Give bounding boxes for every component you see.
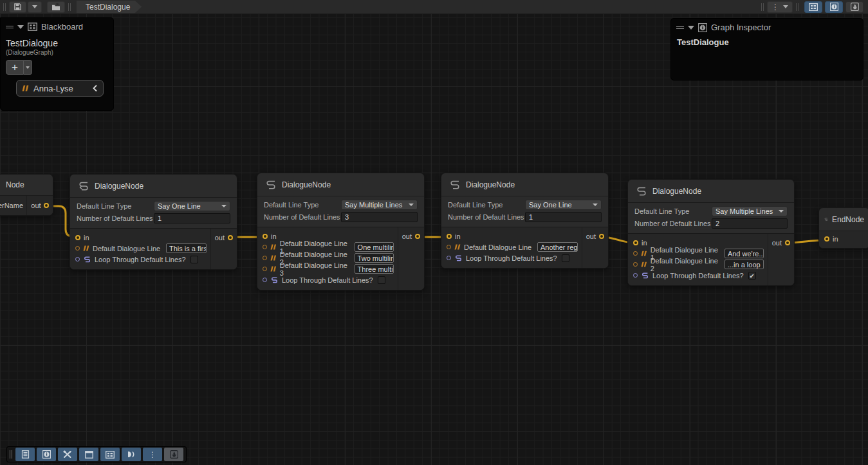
blackboard-field-anna-lyse[interactable]: Anna-Lyse [16,80,104,97]
dialogue-line-input[interactable]: Another regu [537,242,578,252]
loop-port[interactable]: Loop Through Default Lines? [447,252,578,263]
port-dot[interactable] [633,251,638,256]
dialogue-node-4[interactable]: DialogueNode Default Line Type Say Multi… [627,179,795,286]
chevron-down-icon [221,205,226,207]
inspector-header[interactable]: Graph Inspector [671,19,863,35]
port-dot[interactable] [447,245,451,249]
speaker-name-field[interactable]: kerName [0,196,27,215]
dialogue-line-input[interactable]: One multiline [355,242,394,252]
overflow-menu-button[interactable]: ⋮ [143,448,162,461]
dialogue-node-2[interactable]: DialogueNode Default Line Type Say Multi… [257,173,425,290]
line-count-input[interactable]: 2 [712,218,788,229]
port-dot[interactable] [599,234,604,239]
in-port[interactable]: in [75,232,207,243]
dialogue-line-input[interactable]: This is a first [166,243,207,253]
loop-checkbox[interactable]: ✔ [748,272,756,280]
dialogue-node-icon [824,214,828,225]
save-icon [14,3,22,11]
overflow-menu-button[interactable]: ⋮ [767,1,793,13]
add-property-dropdown-button[interactable] [24,60,32,75]
collapse-icon[interactable] [688,26,694,30]
dialogue-line-input[interactable]: ...in a loop [725,260,764,269]
line-count-input[interactable]: 1 [525,212,602,222]
port-dot[interactable] [263,267,267,271]
start-node[interactable]: Node kerName out [0,174,53,216]
port-dot[interactable] [75,257,80,261]
notes-button[interactable] [15,448,35,461]
port-dot[interactable] [263,245,267,249]
port-dot[interactable] [633,240,638,245]
loop-port[interactable]: Loop Through Default Lines? [263,274,394,285]
out-port[interactable]: out [211,232,233,243]
port-dot[interactable] [44,203,49,208]
port-dot[interactable] [633,262,638,267]
port-dot[interactable] [263,234,268,239]
line-type-dropdown[interactable]: Say One Line [154,201,230,211]
port-dot[interactable] [447,256,451,260]
dialogue-line-input[interactable]: Three multili [355,264,394,274]
blackboard-header[interactable]: Blackboard [1,18,113,34]
loop-port[interactable]: Loop Through Default Lines? [75,254,207,265]
port-dot[interactable] [785,240,790,245]
graph-canvas[interactable]: TestDialogue ⋮ [0,0,868,465]
dialogue-line-input[interactable]: And we're... [725,249,764,258]
in-port[interactable]: in [819,231,868,248]
inspector-toggle-button[interactable] [37,448,56,461]
tools-button[interactable] [58,448,77,461]
chevron-left-icon[interactable] [92,84,98,92]
out-port[interactable]: out [768,237,790,248]
port-dot[interactable] [75,235,80,240]
port-dot[interactable] [263,256,267,260]
loop-checkbox[interactable] [190,256,198,263]
dialogue-line-input[interactable]: Two multiline [355,253,394,263]
blackboard-toggle-button[interactable] [100,448,120,461]
port-dot[interactable] [824,236,829,242]
kebab-menu-icon: ⋮ [771,4,779,10]
open-asset-button[interactable] [47,1,65,13]
toggle-flame-button[interactable] [845,1,863,13]
add-property-button[interactable]: + [6,60,24,75]
drag-handle-icon[interactable] [10,450,12,459]
port-dot[interactable] [75,246,80,251]
line-type-dropdown[interactable]: Say One Line [525,200,602,210]
window-button[interactable] [79,448,98,461]
dialogue-line-port[interactable]: Default Dialogue Line This is a first [75,243,207,254]
save-dropdown-button[interactable] [28,1,42,13]
toggle-inspector-button[interactable] [825,1,843,13]
end-node[interactable]: EndNode in [818,207,868,249]
bottom-toolbar: ⋮ [6,446,187,462]
info-icon [698,23,707,32]
line-count-input[interactable]: 3 [341,212,418,222]
dialogue-preview-button[interactable] [122,448,141,461]
quote-icon [454,244,461,250]
out-port[interactable]: out [27,196,53,215]
drag-handle-icon[interactable] [676,26,684,29]
line-type-dropdown[interactable]: Say Multiple Lines [341,200,418,210]
dialogue-line-port[interactable]: Default Dialogue Line Another regu [447,242,578,252]
loop-checkbox[interactable] [562,254,569,262]
drag-handle-icon[interactable] [6,26,14,28]
breadcrumb[interactable]: TestDialogue [77,1,142,14]
toggle-blackboard-button[interactable] [804,1,822,13]
dialogue-node-1[interactable]: DialogueNode Default Line Type Say One L… [69,174,237,270]
out-port[interactable]: out [398,231,420,242]
dialogue-node-3[interactable]: DialogueNode Default Line Type Say One L… [441,173,609,269]
line-count-label: Number of Default Lines [77,214,154,222]
port-dot[interactable] [447,234,452,239]
port-dot[interactable] [633,273,638,278]
flame-button[interactable] [164,448,183,461]
in-port[interactable]: in [447,231,578,242]
out-port[interactable]: out [582,231,604,242]
port-dot[interactable] [415,234,420,239]
loop-checkbox[interactable] [378,276,385,284]
dialogue-line-port[interactable]: Default Dialogue Line 2 ...in a loop [633,259,764,270]
loop-port[interactable]: Loop Through Default Lines? ✔ [633,270,764,281]
line-count-input[interactable]: 1 [154,213,230,223]
collapse-icon[interactable] [17,25,24,29]
port-dot[interactable] [228,235,233,240]
dialogue-line-port[interactable]: Default Dialogue Line 3 Three multili [263,263,394,274]
node-title-bar: DialogueNode [257,173,424,196]
save-button[interactable] [9,1,26,13]
line-type-dropdown[interactable]: Say Multiple Lines [712,206,788,216]
port-dot[interactable] [263,278,267,282]
